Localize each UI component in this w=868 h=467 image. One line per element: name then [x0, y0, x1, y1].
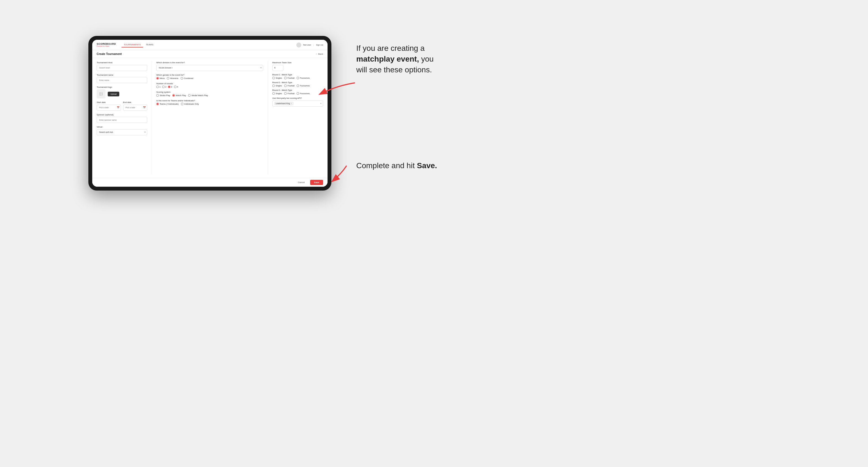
gender-womens-label: Womens [170, 77, 178, 80]
sponsor-input[interactable] [97, 117, 147, 123]
round1-fourball[interactable]: Fourball [284, 77, 294, 79]
round2-singles[interactable]: Singles [272, 85, 282, 87]
scoring-stroke-label: Stroke Play [160, 94, 170, 97]
round-1[interactable]: 1 [156, 86, 160, 88]
teams-radio-group: Teams (+Individuals) Individuals Only [156, 103, 263, 105]
date-row: Start date 📅 End date 📅 [97, 101, 147, 114]
venue-label: Venue [97, 126, 147, 128]
division-select[interactable]: NCAA Division I NCAA Division II NCAA Di… [156, 65, 263, 71]
individuals-option-label: Individuals Only [184, 103, 199, 105]
page-title: Create Tournament [97, 53, 122, 56]
round-2[interactable]: 2 [162, 86, 166, 88]
division-group: Which division is the event for? NCAA Di… [156, 61, 263, 71]
form-left-column: Tournament Host Tournament name Tourname… [97, 61, 152, 175]
upload-button[interactable]: Upload [108, 92, 119, 96]
gender-group: Which gender is the event for? Mens Wome… [156, 74, 263, 80]
scoring-stroke[interactable]: Stroke Play [156, 94, 170, 97]
api-tag-close[interactable]: × [291, 102, 292, 104]
teams-option[interactable]: Teams (+Individuals) [156, 103, 179, 105]
form-middle-column: Which division is the event for? NCAA Di… [152, 61, 268, 175]
cancel-button[interactable]: Cancel [294, 180, 308, 185]
gender-combined[interactable]: Combined [181, 77, 193, 80]
calendar-icon-start: 📅 [117, 106, 120, 109]
scoring-radio-group: Stroke Play Match Play Medal Match Play [156, 94, 263, 97]
logo-upload-area: Upload [97, 90, 147, 98]
max-team-size-input[interactable] [272, 65, 283, 71]
scoring-match[interactable]: Match Play [172, 94, 186, 97]
rounds-radio-group: 1 2 3 4 [156, 86, 263, 88]
nav-bar: SCOREBOARD Powered by clippit TOURNAMENT… [92, 40, 328, 50]
scoring-label: Scoring system [156, 91, 263, 93]
tab-tournaments[interactable]: TOURNAMENTS [122, 42, 143, 48]
end-date-label: End date [123, 101, 148, 103]
arrow-bottom [324, 163, 352, 185]
user-name: Test User [303, 44, 311, 46]
svg-point-1 [100, 93, 101, 94]
back-button[interactable]: ← Back [315, 53, 323, 55]
venue-select-wrap: Search golf club [97, 129, 147, 135]
teams-group: Is this event for Teams and/or Individua… [156, 99, 263, 105]
round1-label: Round 1 - Match Type [272, 74, 323, 76]
round-4[interactable]: 4 [174, 86, 178, 88]
tab-teams[interactable]: TEAMS [144, 42, 156, 48]
api-tag: Leaderboard King × [274, 102, 293, 105]
venue-select[interactable]: Search golf club [97, 129, 147, 135]
sponsor-group: Sponsor (optional) [97, 114, 147, 123]
max-team-size-group: Maximum Team Size [272, 61, 323, 71]
end-date-group: End date 📅 [123, 101, 148, 111]
save-button[interactable]: Save [310, 180, 323, 185]
calendar-icon-end: 📅 [143, 106, 146, 109]
teams-option-label: Teams (+Individuals) [160, 103, 179, 105]
round2-fourball[interactable]: Fourball [284, 85, 294, 87]
footer-bar: Cancel Save [92, 178, 328, 187]
round1-foursomes[interactable]: Foursomes [297, 77, 310, 79]
teams-label: Is this event for Teams and/or Individua… [156, 99, 263, 102]
api-tag-label: Leaderboard King [276, 102, 290, 104]
venue-group: Venue Search golf club [97, 126, 147, 135]
arrow-top [304, 80, 359, 102]
tournament-host-group: Tournament Host [97, 61, 147, 71]
annotation-save: Complete and hit Save. [356, 160, 445, 171]
gender-mens-label: Mens [160, 77, 164, 80]
round1-options: Singles Fourball Foursomes [272, 77, 323, 79]
tournament-name-group: Tournament name [97, 74, 147, 84]
chevron-down-icon: ▾ [320, 102, 321, 105]
tournament-name-input[interactable] [97, 77, 147, 83]
round-3[interactable]: 3 [168, 86, 172, 88]
nav-tabs: TOURNAMENTS TEAMS [122, 42, 296, 48]
signout-link[interactable]: Sign out [316, 44, 323, 46]
gender-mens[interactable]: Mens [156, 77, 164, 80]
logo-placeholder [97, 90, 105, 98]
round3-fourball[interactable]: Fourball [284, 92, 294, 95]
nav-logo: SCOREBOARD Powered by clippit [97, 43, 116, 47]
form-body: Tournament Host Tournament name Tourname… [92, 58, 328, 178]
gender-label: Which gender is the event for? [156, 74, 263, 76]
tablet-frame: SCOREBOARD Powered by clippit TOURNAMENT… [88, 36, 332, 191]
scoring-group: Scoring system Stroke Play Match Play [156, 91, 263, 97]
scoring-medal[interactable]: Medal Match Play [188, 94, 208, 97]
gender-radio-group: Mens Womens Combined [156, 77, 263, 80]
rounds-label: Number of rounds [156, 82, 263, 85]
scoring-match-label: Match Play [176, 94, 186, 97]
start-date-group: Start date 📅 [97, 101, 121, 111]
rounds-group: Number of rounds 1 2 [156, 82, 263, 88]
tournament-host-label: Tournament Host [97, 61, 147, 64]
sponsor-label: Sponsor (optional) [97, 114, 147, 116]
end-date-wrap: 📅 [123, 104, 148, 111]
gender-womens[interactable]: Womens [167, 77, 178, 80]
scoring-medal-label: Medal Match Play [191, 94, 208, 97]
search-team-input[interactable] [97, 65, 147, 71]
round1-singles[interactable]: Singles [272, 77, 282, 79]
tablet-screen: SCOREBOARD Powered by clippit TOURNAMENT… [92, 40, 328, 187]
tournament-logo-label: Tournament logo [97, 86, 147, 88]
round3-singles[interactable]: Singles [272, 92, 282, 95]
nav-user-area: Test User | Sign out [296, 42, 323, 48]
division-select-wrap: NCAA Division I NCAA Division II NCAA Di… [156, 65, 263, 71]
nav-logo-title: SCOREBOARD [97, 43, 116, 45]
individuals-option[interactable]: Individuals Only [181, 103, 199, 105]
round1-match-type: Round 1 - Match Type Singles Fourball [272, 74, 323, 79]
form-right-column: Maximum Team Size Round 1 - Match Type S… [268, 61, 323, 175]
form-area: Tournament Host Tournament name Tourname… [92, 58, 328, 178]
nav-logo-sub: Powered by clippit [97, 45, 116, 47]
max-team-size-label: Maximum Team Size [272, 61, 323, 64]
